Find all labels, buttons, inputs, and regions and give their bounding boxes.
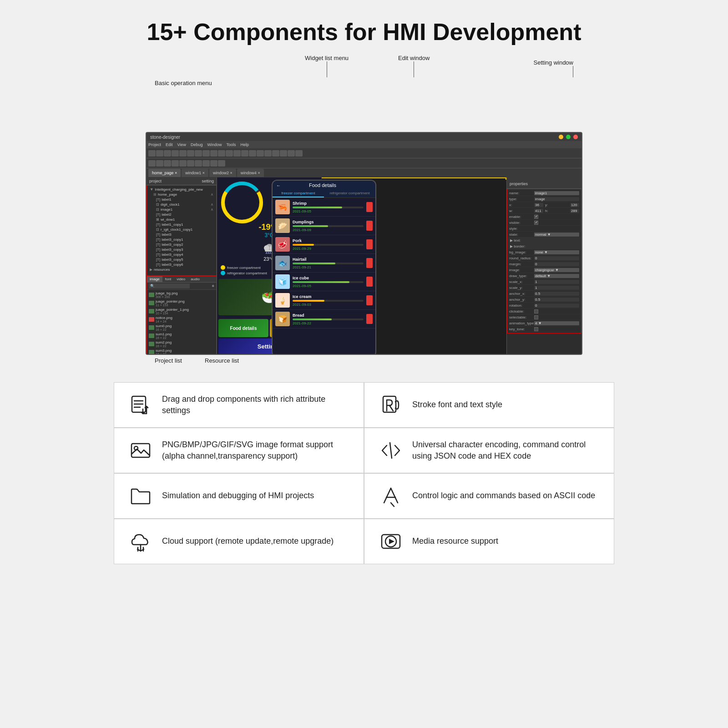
toolbar-btn-6[interactable] xyxy=(187,150,194,157)
toolbar-btn-10[interactable] xyxy=(218,150,225,157)
toolbar-btn-30[interactable] xyxy=(218,160,225,167)
resource-tab-video[interactable]: video xyxy=(174,276,188,282)
toolbar-btn-29[interactable] xyxy=(210,160,217,167)
prop-state-value[interactable]: normal ▼ xyxy=(534,233,579,237)
project-item-home[interactable]: ⊞ home_page ∧ xyxy=(148,192,215,197)
nav-food-details[interactable]: Food details xyxy=(218,319,268,337)
resource-tab-font[interactable]: font xyxy=(162,276,174,282)
food-delete-icecream[interactable] xyxy=(366,295,373,305)
food-delete-pork[interactable] xyxy=(366,239,373,249)
tab-window4[interactable]: window4 × xyxy=(237,169,264,177)
food-delete-hairtail[interactable] xyxy=(366,258,373,268)
toolbar-btn-12[interactable] xyxy=(233,150,241,157)
project-item-label2[interactable]: [T] label2 xyxy=(148,212,215,217)
toolbar-btn-4[interactable] xyxy=(172,150,179,157)
prop-clickable-checkbox[interactable] xyxy=(534,309,538,313)
toolbar-btn-25[interactable] xyxy=(179,160,187,167)
toolbar-btn-22[interactable] xyxy=(156,160,163,167)
food-date-dumplings: 2021-09-09 xyxy=(293,228,364,232)
prop-selectable-checkbox[interactable] xyxy=(534,315,538,319)
project-item-clock[interactable]: ⊡ digit_clock1 ∧ xyxy=(148,202,215,207)
food-list: 🦐 Shrimp 2021-09-05 🥟 xyxy=(273,198,375,346)
food-progress-icecream xyxy=(293,300,364,302)
toolbar-btn-27[interactable] xyxy=(195,160,202,167)
project-item-label3c2[interactable]: [T] label3_copy2 xyxy=(148,242,215,247)
toolbar-btn-3[interactable] xyxy=(164,150,171,157)
toolbar-btn-1[interactable] xyxy=(148,150,156,157)
prop-keytone-checkbox[interactable] xyxy=(534,327,538,331)
tab-home-page[interactable]: home_page × xyxy=(148,169,181,177)
toolbar-btn-13[interactable] xyxy=(241,150,248,157)
toolbar-btn-7[interactable] xyxy=(195,150,202,157)
toolbar-btn-23[interactable] xyxy=(164,160,171,167)
menu-help[interactable]: Help xyxy=(240,142,249,147)
ascii-icon xyxy=(379,485,402,507)
close-btn[interactable] xyxy=(573,135,578,139)
project-item-label1[interactable]: [T] label1 xyxy=(148,197,215,202)
minimize-btn[interactable] xyxy=(559,135,563,139)
maximize-btn[interactable] xyxy=(566,135,571,139)
menu-project[interactable]: Project xyxy=(148,142,161,147)
prop-animtype-value[interactable]: 4 ▼ xyxy=(534,321,579,325)
ide-canvas: 07:59 2021-07-23 -19°C 3°C xyxy=(217,177,506,355)
toolbar-btn-11[interactable] xyxy=(226,150,233,157)
project-item-label3c6[interactable]: [T] label3_copy6 xyxy=(148,262,215,267)
menu-tools[interactable]: Tools xyxy=(226,142,236,147)
food-thumb-pork: 🥩 xyxy=(275,237,290,252)
food-item-hairtail: 🐟 Hairtail 2021-09-21 xyxy=(273,254,375,273)
toolbar-btn-26[interactable] xyxy=(187,160,194,167)
prop-roundradius: round_radius: 0 xyxy=(508,255,580,261)
phone-tab-freezer[interactable]: freezer compartment xyxy=(273,190,324,197)
project-item-label3c3[interactable]: [T] label3_copy3 xyxy=(148,247,215,252)
project-item-label3[interactable]: [T] label3 xyxy=(148,232,215,237)
resource-search-input[interactable] xyxy=(149,283,190,288)
toolbar-btn-14[interactable] xyxy=(249,150,256,157)
prop-visible-checkbox[interactable]: ✓ xyxy=(534,221,538,225)
prop-drawtype-value[interactable]: default ▼ xyxy=(534,274,579,278)
toolbar-btn-19[interactable] xyxy=(288,150,295,157)
toolbar-btn-16[interactable] xyxy=(264,150,272,157)
toolbar-btn-24[interactable] xyxy=(172,160,179,167)
project-item-label3c4[interactable]: [T] label3_copy4 xyxy=(148,252,215,257)
toolbar-btn-17[interactable] xyxy=(272,150,279,157)
phone-back[interactable]: ← xyxy=(276,183,281,188)
add-resource-btn[interactable]: + xyxy=(212,283,214,288)
toolbar-btn-21[interactable] xyxy=(148,160,156,167)
project-item-widow1[interactable]: ⊞ wi_dow1 xyxy=(148,217,215,222)
toolbar-btn-28[interactable] xyxy=(202,160,210,167)
menu-window[interactable]: Window xyxy=(207,142,222,147)
prop-enable-checkbox[interactable]: ✓ xyxy=(534,215,538,219)
prop-bgimage-value[interactable]: none ▼ xyxy=(534,250,579,254)
project-item-label3c1[interactable]: [T] label3_copy1 xyxy=(148,237,215,242)
food-delete-icecube[interactable] xyxy=(366,277,373,287)
toolbar-btn-8[interactable] xyxy=(202,150,210,157)
tab-window1[interactable]: window1 × xyxy=(182,169,208,177)
resource-tab-image[interactable]: image xyxy=(147,276,162,282)
prop-visible: visible: ✓ xyxy=(508,220,580,226)
toolbar-btn-15[interactable] xyxy=(257,150,264,157)
phone-tab-refrigerator[interactable]: refrigerator compartment xyxy=(324,190,375,197)
project-item-label1c[interactable]: [T] label1_copy1 xyxy=(148,222,215,227)
resource-tab-audio[interactable]: audio xyxy=(188,276,202,282)
toolbar-btn-9[interactable] xyxy=(210,150,217,157)
prop-image-value[interactable]: chargingcar ▼ xyxy=(534,268,579,272)
toolbar-btn-20[interactable] xyxy=(295,150,303,157)
menu-debug[interactable]: Debug xyxy=(191,142,203,147)
tab-window2[interactable]: window2 × xyxy=(209,169,236,177)
prop-anchorx: anchor_x: 0.5 xyxy=(508,291,580,297)
prop-scalex-value: 1 xyxy=(534,280,579,284)
toolbar-btn-2[interactable] xyxy=(156,150,163,157)
project-item-clockc[interactable]: ⊡ r_igit_clock1_copy1 xyxy=(148,227,215,232)
ascii-icon-wrapper xyxy=(378,484,403,509)
food-name-icecream: Ice cream xyxy=(293,294,364,299)
food-delete-bread[interactable] xyxy=(366,314,373,324)
project-item-image[interactable]: ⊡ image1 ∧ xyxy=(148,207,215,212)
food-delete-dumplings[interactable] xyxy=(366,221,373,231)
food-item-icecube: 🧊 Ice cube 2021-09-05 xyxy=(273,273,375,291)
toolbar-btn-18[interactable] xyxy=(280,150,287,157)
menu-view[interactable]: View xyxy=(177,142,186,147)
menu-edit[interactable]: Edit xyxy=(166,142,173,147)
project-item-label3c5[interactable]: [T] label3_copy5 xyxy=(148,257,215,262)
toolbar-btn-5[interactable] xyxy=(179,150,187,157)
food-delete-shrimp[interactable] xyxy=(366,202,373,212)
